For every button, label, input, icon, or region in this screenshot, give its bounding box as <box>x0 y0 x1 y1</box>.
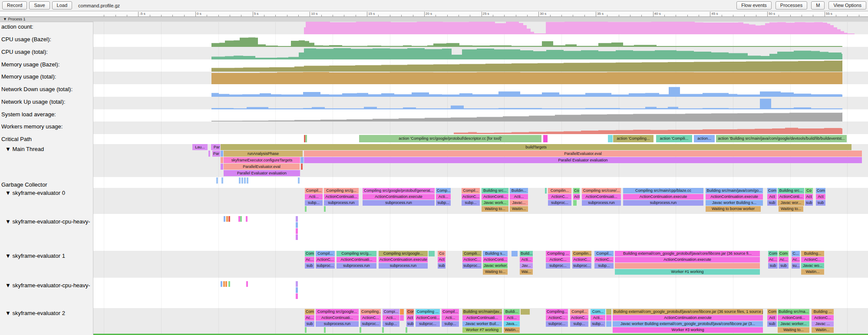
trace-block[interactable]: Buildin... <box>510 188 528 194</box>
trace-block[interactable]: ActionC... <box>360 315 381 321</box>
trace-block[interactable]: Building... <box>801 251 824 256</box>
trace-block[interactable] <box>305 206 307 212</box>
trace-block[interactable]: sub <box>305 263 314 269</box>
trace-block[interactable]: Ac... <box>305 315 314 321</box>
trace-block[interactable]: ParallelEvaluator.eval <box>224 164 300 170</box>
trace-block[interactable] <box>240 216 242 222</box>
save-button[interactable]: Save <box>29 1 50 10</box>
trace-block[interactable]: Javac work... <box>482 200 508 206</box>
trace-block[interactable]: ActionC... <box>462 257 482 263</box>
trace-block[interactable]: ActionConti... <box>778 315 809 321</box>
trace-block[interactable] <box>244 177 246 184</box>
trace-block[interactable]: Compiling src/g... <box>324 188 359 194</box>
trace-block[interactable]: action 'Compiling src/google/protobuf/de… <box>359 135 541 142</box>
trace-block[interactable]: Parallel Evaluator evaluation <box>224 170 300 176</box>
trace-block[interactable]: Java... <box>504 321 520 327</box>
trace-block[interactable]: action 'Building src/main/java/com/googl… <box>716 135 847 142</box>
trace-block[interactable] <box>400 309 404 315</box>
trace-block[interactable]: subprocess.run <box>379 263 428 269</box>
trace-block[interactable]: ActionC... <box>812 315 834 321</box>
trace-block[interactable]: Waiting to... <box>779 206 803 212</box>
trace-block[interactable]: Javac... <box>510 200 528 206</box>
trace-block[interactable]: subprocess.run <box>316 321 359 327</box>
track-label-skyframe-evaluator-cpu-heavy-2[interactable]: ▼ skyframe-evaluator-cpu-heavy- <box>0 282 96 289</box>
trace-block[interactable]: ParallelEvaluator.eval <box>304 151 862 157</box>
trace-block[interactable]: Compil... <box>570 309 588 315</box>
trace-block[interactable]: sub <box>767 200 777 206</box>
net-down-chart[interactable] <box>0 84 868 97</box>
trace-block[interactable]: ActionContinuation.execute <box>623 194 703 200</box>
trace-block[interactable]: Act <box>438 257 446 263</box>
trace-block[interactable]: Ac... <box>768 257 778 263</box>
trace-block[interactable]: Act <box>767 194 777 200</box>
mem-total-chart[interactable] <box>0 72 868 84</box>
trace-block[interactable]: Compiling ... <box>546 251 570 256</box>
trace-block[interactable]: Waiting to... <box>482 206 508 212</box>
trace-block[interactable] <box>360 327 361 333</box>
trace-block[interactable]: Acti... <box>520 257 533 263</box>
trace-block[interactable]: sub <box>767 321 777 327</box>
trace-block[interactable]: sub <box>816 200 825 206</box>
trace-block[interactable]: Lau... <box>192 144 208 150</box>
trace-block[interactable]: subp... <box>462 200 480 206</box>
trace-block[interactable]: Building src/ma... <box>778 309 809 315</box>
trace-block[interactable]: Com... <box>591 309 605 315</box>
trace-block[interactable]: Com <box>767 309 777 315</box>
processes-button[interactable]: Processes <box>776 1 807 10</box>
trace-block[interactable] <box>606 309 611 315</box>
trace-block[interactable]: Acti... <box>305 194 323 200</box>
trace-block[interactable]: Com <box>779 251 789 256</box>
workers-mem-chart[interactable] <box>0 122 868 134</box>
trace-block[interactable]: ActionContinuation.execute <box>615 257 760 263</box>
trace-block[interactable] <box>208 151 210 157</box>
trace-block[interactable]: Compil... <box>594 251 614 256</box>
trace-block[interactable] <box>305 327 307 333</box>
trace-block[interactable]: Com <box>305 251 314 256</box>
trace-block[interactable] <box>296 287 298 293</box>
trace-block[interactable]: ActionContinuation.execute <box>363 194 435 200</box>
trace-block[interactable] <box>606 321 611 327</box>
trace-block[interactable]: ActionContinuati... <box>316 315 359 321</box>
trace-block[interactable]: Jav... <box>520 263 533 269</box>
track-label-main-thread[interactable]: ▼ Main Thread <box>0 146 96 152</box>
trace-block[interactable]: Act <box>767 315 777 321</box>
trace-block[interactable]: action 'Compili... <box>656 135 692 142</box>
trace-block[interactable]: Waiting to borrow worker <box>706 206 761 212</box>
trace-block[interactable] <box>298 177 300 184</box>
trace-block[interactable]: Compiling src/core/... <box>582 188 621 194</box>
view-options-button[interactable]: View Options <box>828 1 866 10</box>
trace-block[interactable]: Comp... <box>436 188 451 194</box>
trace-block[interactable]: Com <box>406 309 414 315</box>
trace-block[interactable]: Acti... <box>504 315 520 321</box>
trace-block[interactable] <box>241 177 243 184</box>
trace-block[interactable] <box>221 177 223 184</box>
sysload-chart[interactable] <box>0 109 868 122</box>
trace-block[interactable]: Parallel Evaluator evaluation <box>304 157 862 163</box>
trace-block[interactable] <box>615 263 760 269</box>
trace-block[interactable]: ActionContinuati... <box>324 194 359 200</box>
metrics-mode-button[interactable]: M <box>811 1 825 10</box>
record-button[interactable]: Record <box>2 1 27 10</box>
trace-block[interactable]: Compil... <box>462 188 480 194</box>
trace-block[interactable] <box>296 281 298 287</box>
trace-block[interactable]: Co <box>805 188 813 194</box>
trace-block[interactable]: Worker #1 working <box>615 269 760 275</box>
trace-block[interactable]: Building src/main/java/com/go... <box>706 188 763 194</box>
trace-block[interactable]: Worker #7 working <box>462 327 502 333</box>
trace-block[interactable] <box>226 216 228 222</box>
trace-block[interactable]: Building external/com_google_protobuf/ja… <box>613 309 763 315</box>
trace-block[interactable]: Acti... <box>436 194 451 200</box>
trace-block[interactable] <box>429 251 435 256</box>
trace-block[interactable]: Waitin... <box>812 327 834 333</box>
trace-block[interactable] <box>324 206 326 212</box>
trace-block[interactable]: Ac... <box>792 257 800 263</box>
trace-block[interactable]: Acti... <box>442 315 459 321</box>
trace-block[interactable]: subprocess.run <box>324 200 359 206</box>
trace-block[interactable]: subp... <box>305 200 323 206</box>
trace-block[interactable]: Par <box>213 144 220 150</box>
trace-block[interactable]: Act <box>406 315 414 321</box>
cpu-total-chart[interactable] <box>0 47 868 59</box>
load-button[interactable]: Load <box>52 1 72 10</box>
trace-block[interactable]: Act <box>805 194 813 200</box>
trace-block[interactable]: Compiling ... <box>416 309 440 315</box>
